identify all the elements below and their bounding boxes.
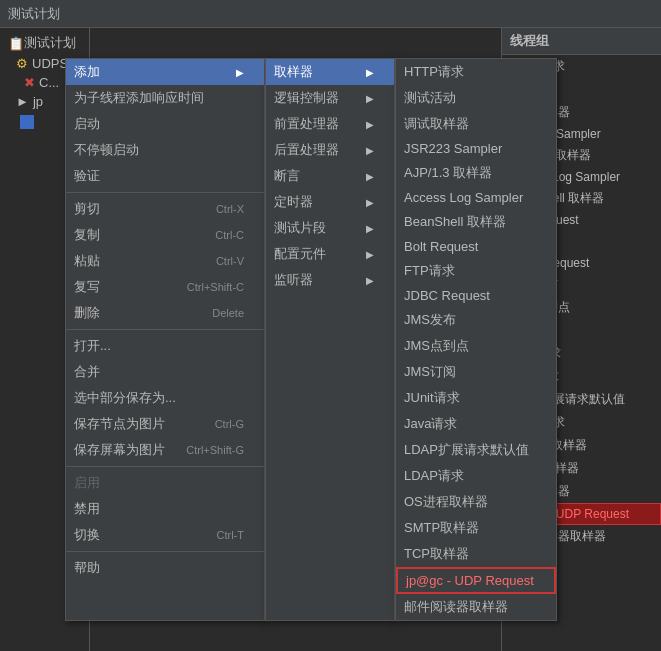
menu-item-disable[interactable]: 禁用 bbox=[66, 496, 264, 522]
separator-2 bbox=[66, 329, 264, 330]
menu-level3: HTTP请求 测试活动 调试取样器 JSR223 Sampler AJP/1.3… bbox=[395, 58, 557, 621]
menu-item-timer[interactable]: 定时器 ▶ bbox=[266, 189, 394, 215]
close-icon: ✖ bbox=[24, 75, 35, 90]
menu-item-delete[interactable]: 删除 Delete bbox=[66, 300, 264, 326]
menu-item-save-node-img[interactable]: 保存节点为图片 Ctrl-G bbox=[66, 411, 264, 437]
arrow-icon: ► bbox=[16, 94, 29, 109]
menu-level2: 取样器 ▶ 逻辑控制器 ▶ 前置处理器 ▶ 后置处理器 ▶ 断言 ▶ 定时器 ▶ bbox=[265, 58, 395, 621]
arrow-icon: ▶ bbox=[366, 145, 374, 156]
menu-item-toggle[interactable]: 切换 Ctrl-T bbox=[66, 522, 264, 548]
thread-group-header: 线程组 bbox=[502, 28, 661, 55]
menu-item-add[interactable]: 添加 ▶ bbox=[66, 59, 264, 85]
separator-1 bbox=[66, 192, 264, 193]
menu-item-ftp-request[interactable]: FTP请求 bbox=[396, 258, 556, 284]
menu-item-help[interactable]: 帮助 bbox=[66, 555, 264, 581]
menu-item-addtime[interactable]: 为子线程添加响应时间 bbox=[66, 85, 264, 111]
menu-item-jms-publish[interactable]: JMS发布 bbox=[396, 307, 556, 333]
menu-item-save-selection[interactable]: 选中部分保存为... bbox=[66, 385, 264, 411]
menu-item-jdbc-request[interactable]: JDBC Request bbox=[396, 284, 556, 307]
arrow-icon: ▶ bbox=[366, 171, 374, 182]
menu-item-paste[interactable]: 粘贴 Ctrl-V bbox=[66, 248, 264, 274]
menu-item-start[interactable]: 启动 bbox=[66, 111, 264, 137]
arrow-icon: ▶ bbox=[236, 67, 244, 78]
menu-item-logic-controller[interactable]: 逻辑控制器 ▶ bbox=[266, 85, 394, 111]
title-bar-text: 测试计划 bbox=[8, 5, 60, 23]
menu-item-pre-processor[interactable]: 前置处理器 ▶ bbox=[266, 111, 394, 137]
menu-item-bolt-request[interactable]: Bolt Request bbox=[396, 235, 556, 258]
separator-3 bbox=[66, 466, 264, 467]
arrow-icon: ▶ bbox=[366, 223, 374, 234]
menu-item-copy[interactable]: 复制 Ctrl-C bbox=[66, 222, 264, 248]
menu-item-beanshell-sampler[interactable]: BeanShell 取样器 bbox=[396, 209, 556, 235]
tree-icon-plan: 📋 bbox=[8, 36, 24, 51]
menu-item-cut[interactable]: 剪切 Ctrl-X bbox=[66, 196, 264, 222]
menu-item-listener[interactable]: 监听器 ▶ bbox=[266, 267, 394, 293]
arrow-icon: ▶ bbox=[366, 93, 374, 104]
separator-4 bbox=[66, 551, 264, 552]
arrow-icon: ▶ bbox=[366, 249, 374, 260]
arrow-icon: ▶ bbox=[366, 67, 374, 78]
menu-item-test-action[interactable]: 测试活动 bbox=[396, 85, 556, 111]
menu-item-sampler[interactable]: 取样器 ▶ bbox=[266, 59, 394, 85]
menu-item-open[interactable]: 打开... bbox=[66, 333, 264, 359]
menu-item-debug-sampler[interactable]: 调试取样器 bbox=[396, 111, 556, 137]
menu-item-java-request[interactable]: Java请求 bbox=[396, 411, 556, 437]
menu-item-ajp-sampler[interactable]: AJP/1.3 取样器 bbox=[396, 160, 556, 186]
menu-item-config-element[interactable]: 配置元件 ▶ bbox=[266, 241, 394, 267]
arrow-icon: ▶ bbox=[366, 197, 374, 208]
menu-item-junit-request[interactable]: JUnit请求 bbox=[396, 385, 556, 411]
menu-level1: 添加 ▶ 为子线程添加响应时间 启动 不停顿启动 验证 剪切 Ctrl-X 复制 bbox=[65, 58, 265, 621]
menu-item-access-log-sampler[interactable]: Access Log Sampler bbox=[396, 186, 556, 209]
menu-item-jms-p2p[interactable]: JMS点到点 bbox=[396, 333, 556, 359]
menu-item-merge[interactable]: 合并 bbox=[66, 359, 264, 385]
menu-item-assertion[interactable]: 断言 ▶ bbox=[266, 163, 394, 189]
menu-item-duplicate[interactable]: 复写 Ctrl+Shift-C bbox=[66, 274, 264, 300]
menu-item-os-process[interactable]: OS进程取样器 bbox=[396, 489, 556, 515]
menu-item-save-screen-img[interactable]: 保存屏幕为图片 Ctrl+Shift-G bbox=[66, 437, 264, 463]
tree-item-plan[interactable]: 📋 测试计划 bbox=[4, 32, 85, 54]
menu-item-jms-subscribe[interactable]: JMS订阅 bbox=[396, 359, 556, 385]
gear-icon: ⚙ bbox=[16, 56, 28, 71]
title-bar: 测试计划 bbox=[0, 0, 661, 28]
menu-item-jsr223-sampler[interactable]: JSR223 Sampler bbox=[396, 137, 556, 160]
main-area: 📋 测试计划 ⚙ UDPSender ✖ C... ► jp 添加 ▶ 为子线 bbox=[0, 28, 661, 651]
menu-item-tcp-sampler[interactable]: TCP取样器 bbox=[396, 541, 556, 567]
arrow-icon: ▶ bbox=[366, 275, 374, 286]
menu-item-validate[interactable]: 验证 bbox=[66, 163, 264, 189]
menu-item-udp-request[interactable]: jp@gc - UDP Request bbox=[396, 567, 556, 594]
menu-item-smtp-sampler[interactable]: SMTP取样器 bbox=[396, 515, 556, 541]
menu-item-enable: 启用 bbox=[66, 470, 264, 496]
tree-icon-small bbox=[20, 115, 34, 129]
arrow-icon: ▶ bbox=[366, 119, 374, 130]
menu-item-test-fragment[interactable]: 测试片段 ▶ bbox=[266, 215, 394, 241]
menu-item-post-processor[interactable]: 后置处理器 ▶ bbox=[266, 137, 394, 163]
menu-item-http-request[interactable]: HTTP请求 bbox=[396, 59, 556, 85]
context-menu-container: 添加 ▶ 为子线程添加响应时间 启动 不停顿启动 验证 剪切 Ctrl-X 复制 bbox=[65, 58, 557, 621]
menu-item-mail-reader[interactable]: 邮件阅读器取样器 bbox=[396, 594, 556, 620]
menu-item-ldap-ext[interactable]: LDAP扩展请求默认值 bbox=[396, 437, 556, 463]
menu-item-ldap-request[interactable]: LDAP请求 bbox=[396, 463, 556, 489]
menu-item-start-no-pause[interactable]: 不停顿启动 bbox=[66, 137, 264, 163]
